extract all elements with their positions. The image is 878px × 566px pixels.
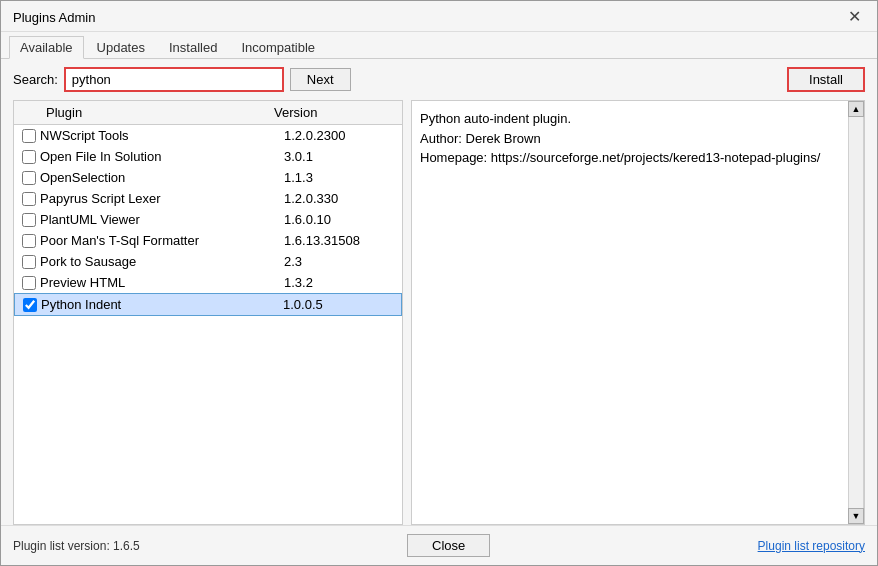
plugins-admin-dialog: Plugins Admin ✕ Available Updates Instal… (0, 0, 878, 566)
plugin-checkbox[interactable] (22, 150, 36, 164)
title-bar: Plugins Admin ✕ (1, 1, 877, 32)
plugin-version: 1.2.0.2300 (284, 128, 394, 143)
description-panel: Python auto-indent plugin. Author: Derek… (411, 100, 865, 525)
plugin-checkbox[interactable] (22, 171, 36, 185)
scrollbar: ▲ ▼ (848, 101, 864, 524)
desc-line2: Author: Derek Brown (420, 129, 856, 149)
next-button[interactable]: Next (290, 68, 351, 91)
plugin-name: Preview HTML (40, 275, 280, 290)
plugin-name: OpenSelection (40, 170, 280, 185)
header-version: Version (274, 105, 394, 120)
header-plugin: Plugin (46, 105, 270, 120)
desc-line1: Python auto-indent plugin. (420, 109, 856, 129)
close-button[interactable]: Close (407, 534, 490, 557)
plugin-version: 2.3 (284, 254, 394, 269)
search-bar: Search: Next Install (1, 59, 877, 100)
plugin-checkbox[interactable] (22, 234, 36, 248)
plugin-name: NWScript Tools (40, 128, 280, 143)
plugin-list-item[interactable]: Open File In Solution3.0.1 (14, 146, 402, 167)
plugin-checkbox[interactable] (22, 276, 36, 290)
plugin-name: PlantUML Viewer (40, 212, 280, 227)
desc-line3: Homepage: https://sourceforge.net/projec… (420, 148, 856, 168)
plugin-list-version: Plugin list version: 1.6.5 (13, 539, 140, 553)
plugin-list-item[interactable]: Python Indent1.0.0.5 (14, 293, 402, 316)
plugin-list-item[interactable]: Papyrus Script Lexer1.2.0.330 (14, 188, 402, 209)
plugin-name: Pork to Sausage (40, 254, 280, 269)
plugin-list-item[interactable]: NWScript Tools1.2.0.2300 (14, 125, 402, 146)
plugin-checkbox[interactable] (22, 213, 36, 227)
plugin-name: Open File In Solution (40, 149, 280, 164)
tab-updates[interactable]: Updates (86, 36, 156, 58)
plugin-list-item[interactable]: Pork to Sausage2.3 (14, 251, 402, 272)
plugin-list-item[interactable]: OpenSelection1.1.3 (14, 167, 402, 188)
plugin-name: Python Indent (41, 297, 279, 312)
scroll-down-arrow[interactable]: ▼ (848, 508, 864, 524)
search-label: Search: (13, 72, 58, 87)
close-icon[interactable]: ✕ (844, 9, 865, 25)
plugin-checkbox[interactable] (22, 129, 36, 143)
plugin-list-repo-link[interactable]: Plugin list repository (758, 539, 865, 553)
plugin-version: 1.0.0.5 (283, 297, 393, 312)
plugin-version: 3.0.1 (284, 149, 394, 164)
list-header: Plugin Version (14, 101, 402, 125)
bottom-bar: Plugin list version: 1.6.5 Close Plugin … (1, 525, 877, 565)
content-area: Plugin Version NWScript Tools1.2.0.2300O… (1, 100, 877, 525)
plugin-list-item[interactable]: Preview HTML1.3.2 (14, 272, 402, 293)
plugin-version: 1.3.2 (284, 275, 394, 290)
plugin-checkbox[interactable] (22, 255, 36, 269)
plugin-list-section: Plugin Version NWScript Tools1.2.0.2300O… (13, 100, 403, 525)
plugin-checkbox[interactable] (22, 192, 36, 206)
scroll-track (848, 117, 864, 508)
plugin-name: Papyrus Script Lexer (40, 191, 280, 206)
install-button[interactable]: Install (787, 67, 865, 92)
tab-bar: Available Updates Installed Incompatible (1, 32, 877, 59)
plugin-list: NWScript Tools1.2.0.2300Open File In Sol… (14, 125, 402, 524)
dialog-title: Plugins Admin (13, 10, 95, 25)
plugin-checkbox[interactable] (23, 298, 37, 312)
tab-incompatible[interactable]: Incompatible (230, 36, 326, 58)
plugin-version: 1.2.0.330 (284, 191, 394, 206)
scroll-up-arrow[interactable]: ▲ (848, 101, 864, 117)
plugin-list-item[interactable]: PlantUML Viewer1.6.0.10 (14, 209, 402, 230)
tab-installed[interactable]: Installed (158, 36, 228, 58)
bottom-center: Close (140, 534, 758, 557)
plugin-version: 1.1.3 (284, 170, 394, 185)
plugin-version: 1.6.13.31508 (284, 233, 394, 248)
description-area: Python auto-indent plugin. Author: Derek… (412, 101, 864, 524)
plugin-version: 1.6.0.10 (284, 212, 394, 227)
plugin-list-item[interactable]: Poor Man's T-Sql Formatter1.6.13.31508 (14, 230, 402, 251)
plugin-name: Poor Man's T-Sql Formatter (40, 233, 280, 248)
search-input[interactable] (64, 67, 284, 92)
tab-available[interactable]: Available (9, 36, 84, 59)
